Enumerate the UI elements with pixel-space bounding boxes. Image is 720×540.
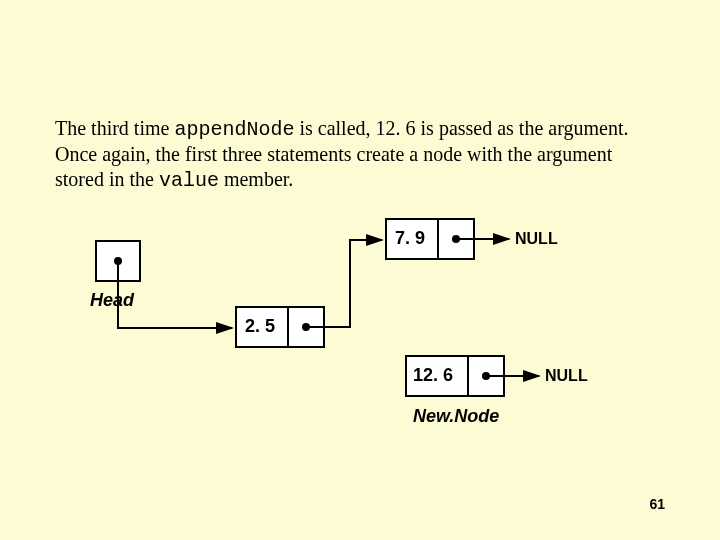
arrow-12p6-to-null	[55, 210, 655, 470]
explanation-paragraph: The third time appendNode is called, 12.…	[55, 116, 645, 193]
null-2-label: NULL	[545, 367, 588, 385]
code-value: value	[159, 169, 219, 192]
newnode-label: New.Node	[413, 406, 499, 427]
text: member.	[219, 168, 293, 190]
page-number: 61	[649, 496, 665, 512]
linked-list-diagram: Head 2. 5 7. 9 NULL 12. 6 NULL New.Node	[55, 210, 655, 470]
text: The third time	[55, 117, 174, 139]
code-appendnode: appendNode	[174, 118, 294, 141]
